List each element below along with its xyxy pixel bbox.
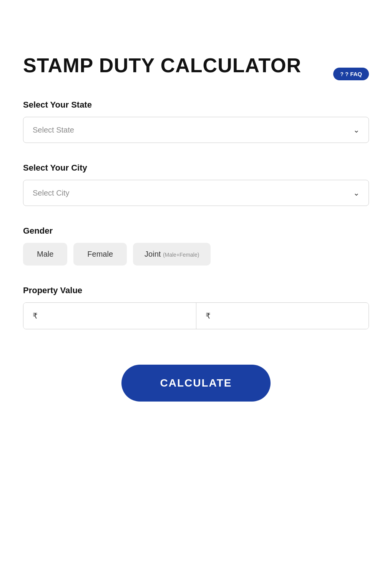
- state-select[interactable]: Select State: [23, 117, 369, 143]
- property-value-section: Property Value ₹ ₹: [23, 285, 369, 329]
- gender-female-label: Female: [87, 250, 113, 258]
- gender-male-button[interactable]: Male: [23, 243, 67, 266]
- city-label: Select Your City: [23, 163, 369, 173]
- city-section: Select Your City Select City ⌄: [23, 163, 369, 206]
- property-value-input-1[interactable]: [38, 303, 196, 329]
- property-value-row: ₹ ₹: [23, 302, 369, 329]
- property-value-label: Property Value: [23, 285, 369, 295]
- state-label: Select Your State: [23, 100, 369, 110]
- page-title: STAMP DUTY CALCULATOR: [23, 54, 369, 77]
- page-container: ? ? FAQ STAMP DUTY CALCULATOR Select You…: [0, 54, 392, 566]
- property-input-group-2: ₹: [196, 303, 369, 329]
- gender-joint-button[interactable]: Joint (Male+Female): [133, 243, 211, 266]
- calculate-button[interactable]: CALCULATE: [121, 365, 270, 402]
- gender-label: Gender: [23, 226, 369, 236]
- gender-male-label: Male: [37, 250, 53, 258]
- gender-female-button[interactable]: Female: [73, 243, 127, 266]
- faq-icon: ?: [340, 71, 344, 77]
- gender-buttons-group: Male Female Joint (Male+Female): [23, 243, 369, 266]
- calculate-section: CALCULATE: [23, 349, 369, 402]
- gender-section: Gender Male Female Joint (Male+Female): [23, 226, 369, 266]
- faq-label: ? FAQ: [345, 71, 362, 77]
- rupee-prefix-1: ₹: [23, 303, 38, 329]
- faq-button[interactable]: ? ? FAQ: [333, 68, 369, 80]
- state-section: Select Your State Select State ⌄: [23, 100, 369, 143]
- gender-joint-sublabel: (Male+Female): [163, 252, 199, 258]
- state-dropdown-wrapper: Select State ⌄: [23, 117, 369, 143]
- gender-joint-label: Joint: [145, 250, 163, 258]
- property-value-input-2[interactable]: [211, 303, 369, 329]
- city-select[interactable]: Select City: [23, 180, 369, 206]
- property-input-group-1: ₹: [23, 303, 196, 329]
- rupee-prefix-2: ₹: [196, 303, 211, 329]
- city-dropdown-wrapper: Select City ⌄: [23, 180, 369, 206]
